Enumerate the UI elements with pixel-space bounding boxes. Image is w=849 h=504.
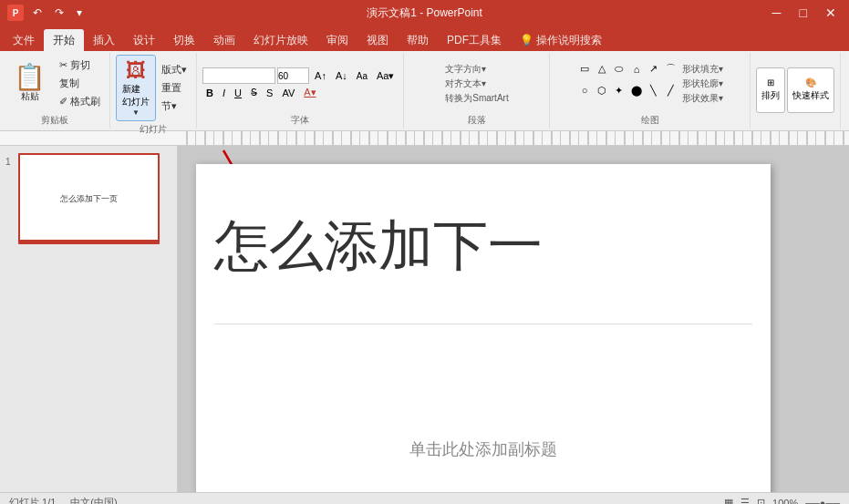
font-row-2: B I U S̶ S AV A▾ <box>202 86 398 99</box>
view-outline-button[interactable]: ☰ <box>740 497 750 504</box>
shape-dot[interactable]: ⬤ <box>629 84 644 97</box>
slide-thumbnail[interactable]: 怎么添加下一页 <box>18 153 160 244</box>
shape-circle[interactable]: ○ <box>577 84 592 97</box>
shape-hex[interactable]: ⬡ <box>595 84 609 97</box>
drawing-label: 绘图 <box>641 112 659 127</box>
view-normal-button[interactable]: ▦ <box>724 497 733 504</box>
language-indicator: 中文(中国) <box>70 496 117 504</box>
shadow-button[interactable]: S <box>263 87 276 99</box>
arrange-group: ⊞ 排列 🎨 快速样式 <box>751 53 841 129</box>
shape-ellipse[interactable]: ⬭ <box>612 63 626 76</box>
zoom-level: 100% <box>772 498 798 505</box>
horizontal-ruler <box>0 131 849 146</box>
tab-animations[interactable]: 动画 <box>204 29 244 51</box>
arrange-icon: ⊞ <box>767 77 774 87</box>
font-size-input[interactable] <box>277 67 309 84</box>
undo-button[interactable]: ↶ <box>29 5 46 21</box>
section-button[interactable]: 节▾ <box>158 98 191 115</box>
italic-button[interactable]: I <box>219 87 229 99</box>
shapes-grid: ▭ △ ⬭ ⌂ ↗ ⌒ ○ ⬡ ✦ ⬤ ╲ ╱ <box>577 63 680 105</box>
tab-home[interactable]: 开始 <box>44 29 84 51</box>
new-slide-label: 新建 幻灯片 <box>122 83 150 108</box>
spacing-button[interactable]: AV <box>278 87 298 99</box>
para-row-1: 文字方向▾ <box>445 63 508 76</box>
format-painter-button[interactable]: ✐ 格式刷 <box>56 93 104 110</box>
text-direction-label: 文字方向▾ <box>445 63 486 76</box>
zoom-slider[interactable]: ──●── <box>805 498 840 505</box>
paste-label: 粘贴 <box>21 90 39 103</box>
customize-qat-button[interactable]: ▾ <box>73 5 86 21</box>
slide-canvas[interactable]: 怎么添加下一 单击此处添加副标题 <box>196 164 771 492</box>
underline-button[interactable]: U <box>231 87 245 99</box>
reset-button[interactable]: 重置 <box>158 79 191 97</box>
shape-outline-button[interactable]: 形状轮廓▾ <box>682 77 723 90</box>
shape-arrow[interactable]: ↗ <box>647 63 661 76</box>
view-slide-button[interactable]: ⊡ <box>757 497 765 504</box>
font-row-1: A↑ A↓ Aa Aa▾ <box>202 67 398 84</box>
status-bar: 幻灯片 1/1 中文(中国) ▦ ☰ ⊡ 100% ──●── <box>0 492 849 504</box>
change-case-button[interactable]: Aa▾ <box>373 69 398 83</box>
paragraph-label: 段落 <box>468 112 486 127</box>
drawing-row-1: ▭ △ ⬭ ⌂ ↗ ⌒ ○ ⬡ ✦ ⬤ ╲ ╱ 形状填充▾ 形状轮廓▾ 形状效果… <box>577 63 723 105</box>
shape-arc[interactable]: ⌒ <box>664 63 678 76</box>
ribbon: 📋 粘贴 ✂ 剪切 复制 ✐ 格式刷 剪贴板 🖼 新建 幻灯片 ▼ 版式▾ <box>0 51 849 131</box>
increase-font-button[interactable]: A↑ <box>311 69 330 82</box>
decrease-font-button[interactable]: A↓ <box>332 69 351 82</box>
para-row-2: 对齐文本▾ <box>445 77 508 90</box>
close-button[interactable]: ✕ <box>820 5 842 20</box>
tab-pdf[interactable]: PDF工具集 <box>438 29 511 51</box>
shape-tri[interactable]: △ <box>595 63 609 76</box>
font-label: 字体 <box>291 112 309 127</box>
slide-subtitle[interactable]: 单击此处添加副标题 <box>196 438 771 460</box>
shape-effect-button[interactable]: 形状效果▾ <box>682 92 723 105</box>
copy-button[interactable]: 复制 <box>56 75 104 92</box>
font-name-input[interactable] <box>202 67 275 84</box>
clipboard-group: 📋 粘贴 ✂ 剪切 复制 ✐ 格式刷 剪贴板 <box>0 53 110 129</box>
tab-transitions[interactable]: 切换 <box>164 29 204 51</box>
shape-rect[interactable]: ▭ <box>577 63 592 76</box>
clipboard-content: 📋 粘贴 ✂ 剪切 复制 ✐ 格式刷 <box>5 55 104 112</box>
clipboard-small-btns: ✂ 剪切 复制 ✐ 格式刷 <box>56 57 104 110</box>
shape-line2[interactable]: ╱ <box>664 84 678 97</box>
clear-format-button[interactable]: Aa <box>353 70 371 82</box>
paste-icon: 📋 <box>14 65 46 90</box>
convert-smart-label: 转换为SmartArt <box>445 92 508 105</box>
tab-search[interactable]: 💡 操作说明搜索 <box>511 29 611 51</box>
new-slide-button[interactable]: 🖼 新建 幻灯片 ▼ <box>116 55 156 121</box>
tab-file[interactable]: 文件 <box>4 29 44 51</box>
title-bar: P ↶ ↷ ▾ 演示文稿1 - PowerPoint ─ □ ✕ <box>0 0 849 26</box>
slide-title[interactable]: 怎么添加下一 <box>214 210 771 283</box>
tab-view[interactable]: 视图 <box>357 29 398 51</box>
maximize-button[interactable]: □ <box>794 5 813 20</box>
redo-button[interactable]: ↷ <box>51 5 67 21</box>
slides-content: 🖼 新建 幻灯片 ▼ 版式▾ 重置 节▾ <box>116 55 191 121</box>
shape-fill-button[interactable]: 形状填充▾ <box>682 63 723 76</box>
slide-info: 幻灯片 1/1 <box>9 496 56 504</box>
tab-slideshow[interactable]: 幻灯片放映 <box>244 29 317 51</box>
quick-styles-button[interactable]: 🎨 快速样式 <box>787 67 834 113</box>
strikethrough-button[interactable]: S̶ <box>247 86 261 99</box>
font-color-button[interactable]: A▾ <box>300 86 319 99</box>
bold-button[interactable]: B <box>202 87 217 99</box>
quick-styles-label: 快速样式 <box>792 89 829 102</box>
window-title: 演示文稿1 - PowerPoint <box>367 5 482 21</box>
paste-button[interactable]: 📋 粘贴 <box>5 60 54 108</box>
minimize-button[interactable]: ─ <box>767 5 787 20</box>
cut-button[interactable]: ✂ 剪切 <box>56 57 104 74</box>
arrange-button[interactable]: ⊞ 排列 <box>756 67 785 113</box>
tab-help[interactable]: 帮助 <box>398 29 438 51</box>
new-slide-dropdown-arrow: ▼ <box>132 108 140 117</box>
tab-insert[interactable]: 插入 <box>84 29 124 51</box>
layout-button[interactable]: 版式▾ <box>158 61 191 78</box>
slide-number: 1 <box>5 153 15 167</box>
slide-divider <box>214 324 752 324</box>
canvas-area: 怎么添加下一 单击此处添加副标题 <box>178 146 849 492</box>
shape-star[interactable]: ✦ <box>612 84 626 97</box>
tab-design[interactable]: 设计 <box>124 29 164 51</box>
drawing-right-btns: 形状填充▾ 形状轮廓▾ 形状效果▾ <box>682 63 723 105</box>
shape-house[interactable]: ⌂ <box>629 63 644 76</box>
tab-review[interactable]: 审阅 <box>317 29 357 51</box>
para-row-3: 转换为SmartArt <box>445 92 508 105</box>
slide-panel: 1 怎么添加下一页 <box>0 146 178 492</box>
shape-line1[interactable]: ╲ <box>647 84 661 97</box>
